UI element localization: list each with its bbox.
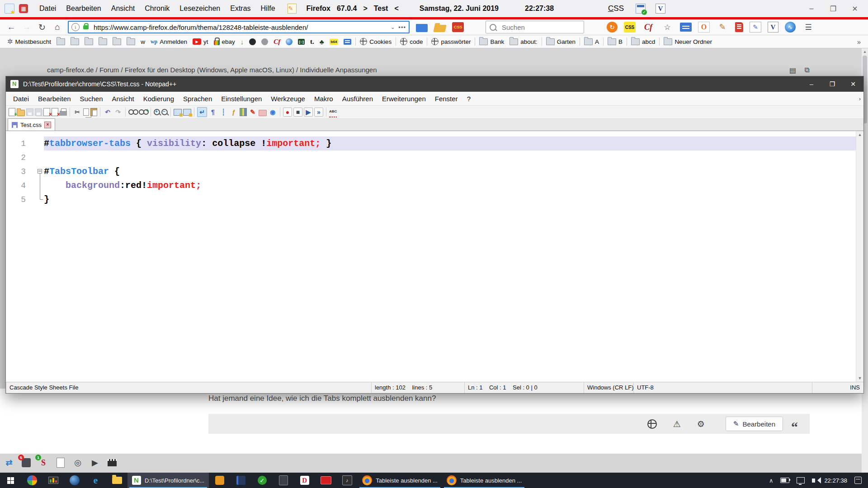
bookmark-bank[interactable]: Bank xyxy=(476,38,507,45)
bookmark-neuer-ordner[interactable]: Neuer Ordner xyxy=(661,38,715,45)
globe-icon[interactable] xyxy=(647,419,657,429)
sync-vertical-icon[interactable] xyxy=(174,109,182,116)
red-badge-app-icon[interactable]: 5 xyxy=(21,457,32,468)
npp-menu-ausfhren[interactable]: Ausführen xyxy=(338,95,377,103)
zoom-out-icon[interactable]: − xyxy=(161,109,168,115)
bookmark-passwoerter[interactable]: passwörter xyxy=(429,38,473,45)
code-text[interactable]: background:red!important; xyxy=(44,178,863,192)
sync-refresh-icon[interactable]: ↻ xyxy=(607,22,618,33)
action-center-icon[interactable] xyxy=(854,477,862,484)
menu-overflow-icon[interactable]: › xyxy=(859,95,861,102)
npp-menu-suchen[interactable]: Suchen xyxy=(75,95,108,103)
green-check-app-icon[interactable]: ✓ xyxy=(251,473,273,488)
npp-menu-datei[interactable]: Datei xyxy=(9,95,33,103)
url-dropdown-icon[interactable]: ⌄ xyxy=(391,24,395,30)
minimize-button[interactable]: – xyxy=(807,5,816,13)
bookmark-margin[interactable] xyxy=(30,178,37,192)
calculator-check-icon[interactable] xyxy=(636,4,646,14)
search-bar[interactable] xyxy=(486,21,584,33)
bookmark-brackets[interactable]: [::] xyxy=(295,39,307,45)
close-all-icon[interactable]: × xyxy=(52,108,58,116)
bookmark-folder-4[interactable] xyxy=(96,38,110,45)
script-icon[interactable] xyxy=(735,22,743,32)
play-circle-icon[interactable]: ▶ xyxy=(90,457,100,468)
code-text[interactable]: #tabbrowser-tabs { visibility: collapse … xyxy=(44,136,863,150)
npp-menu-kodierung[interactable]: Kodierung xyxy=(139,95,179,103)
media-app-icon[interactable]: ♪ xyxy=(336,473,358,488)
forward-button[interactable]: → xyxy=(19,21,34,33)
back-button[interactable]: ← xyxy=(4,21,19,33)
notepadpp-titlebar[interactable]: D:\Test\Profilordner\chrome\CSS\Test.css… xyxy=(6,76,863,92)
npp-menu-werkzeuge[interactable]: Werkzeuge xyxy=(266,95,310,103)
quote-icon[interactable]: “ xyxy=(791,418,798,429)
print-icon[interactable] xyxy=(60,111,67,116)
bookmark-margin[interactable] xyxy=(30,164,37,178)
css-toggle-label[interactable]: CSS xyxy=(608,4,624,13)
bookmark-margin[interactable] xyxy=(30,192,37,206)
taskmanager-app-icon[interactable] xyxy=(42,473,64,488)
blue-swirl-icon[interactable]: ∿ xyxy=(785,22,796,33)
page-info-icon[interactable]: i xyxy=(71,23,80,31)
menubar-item-datei[interactable]: Datei xyxy=(34,5,61,13)
battery-icon[interactable] xyxy=(780,478,789,483)
code-text[interactable] xyxy=(44,150,863,164)
monitor-eye-icon[interactable]: ◉ xyxy=(268,108,277,117)
page-actions-icon[interactable]: ••• xyxy=(398,24,406,31)
bookmark-blue-globe[interactable] xyxy=(283,38,295,45)
red-grid-icon[interactable]: ▦ xyxy=(19,4,28,13)
tab-swap-arrows-icon[interactable]: ⇄ xyxy=(4,457,14,468)
reload-button[interactable]: ↻ xyxy=(34,21,50,33)
npp-close-button[interactable]: ✕ xyxy=(843,76,863,92)
fold-end-icon[interactable] xyxy=(37,192,44,206)
close-button[interactable]: ✕ xyxy=(850,5,860,13)
sidebar-panel-icon[interactable] xyxy=(680,23,692,32)
editor-scroll-up-icon[interactable]: ▲ xyxy=(858,132,862,137)
bookmark-margin[interactable] xyxy=(30,150,37,164)
note-edit-icon[interactable]: ✎ xyxy=(750,22,761,33)
bookmark-folder-2[interactable] xyxy=(68,38,82,45)
edge-icon[interactable]: e xyxy=(85,473,106,488)
bookmark-cookies[interactable]: Cookies xyxy=(357,38,394,45)
hamburger-menu-icon[interactable]: ☰ xyxy=(802,22,815,33)
wrench-icon[interactable]: ⚙ xyxy=(697,419,705,429)
menubar-item-bearbeiten[interactable]: Bearbeiten xyxy=(61,5,106,13)
dark-blue-app-icon[interactable] xyxy=(230,473,251,488)
red-monitor-app-icon[interactable] xyxy=(315,473,336,488)
gray-app-icon[interactable] xyxy=(273,473,294,488)
restore-button[interactable]: ❐ xyxy=(828,5,838,13)
npp-menu-fenster[interactable]: Fenster xyxy=(430,95,462,103)
bookmark-w[interactable]: w xyxy=(138,38,148,45)
status-encoding[interactable]: UTF-8 xyxy=(633,382,812,393)
play-macro-icon[interactable]: ▶ xyxy=(304,108,313,117)
bookmark-tree[interactable]: ♣ xyxy=(317,38,327,46)
bookmark-download[interactable]: ↓ xyxy=(238,38,247,46)
red-d-app-icon[interactable]: D xyxy=(294,473,315,488)
bookmark-garten[interactable]: Garten xyxy=(543,38,578,45)
bookmark-tumblr[interactable]: t. xyxy=(307,38,317,46)
tab-testcss[interactable]: Test.css × xyxy=(8,118,55,131)
npp-menu-makro[interactable]: Makro xyxy=(310,95,338,103)
document-map-icon[interactable] xyxy=(240,108,247,116)
tab-close-icon[interactable]: × xyxy=(44,122,51,128)
spell-check-icon[interactable]: ABC xyxy=(329,107,337,117)
bookmark-campfirefox[interactable]: Cf xyxy=(271,38,283,46)
paste-icon[interactable] xyxy=(90,108,97,116)
npp-menu-einstellungen[interactable]: Einstellungen xyxy=(217,95,266,103)
bookmark-abcd[interactable]: abcd xyxy=(628,38,658,45)
npp-minimize-button[interactable]: – xyxy=(801,76,822,92)
home-button[interactable]: ⌂ xyxy=(50,21,65,33)
fold-start-icon[interactable] xyxy=(37,164,44,178)
bookmarks-overflow-icon[interactable]: » xyxy=(857,38,863,46)
bookmark-about[interactable]: about: xyxy=(507,38,540,45)
cut-icon[interactable]: ✂ xyxy=(73,108,82,117)
round-blue-app-icon[interactable] xyxy=(64,473,85,488)
bookmark-code[interactable]: code xyxy=(397,38,425,45)
run-macro-multiple-icon[interactable]: » xyxy=(314,108,323,117)
sparkasse-badge-icon[interactable]: S1 xyxy=(38,457,49,468)
folder-workspace-icon[interactable] xyxy=(259,110,267,116)
file-explorer-icon[interactable] xyxy=(106,473,127,488)
notepadpp-taskbar-button[interactable]: D:\Test\Profilordner\c... xyxy=(127,473,209,488)
bookmark-ebay[interactable]: ebay xyxy=(211,38,238,45)
brush-icon[interactable]: ✎ xyxy=(716,22,729,33)
breadcrumb[interactable]: camp-firefox.de / Forum / Firefox für de… xyxy=(47,66,377,74)
